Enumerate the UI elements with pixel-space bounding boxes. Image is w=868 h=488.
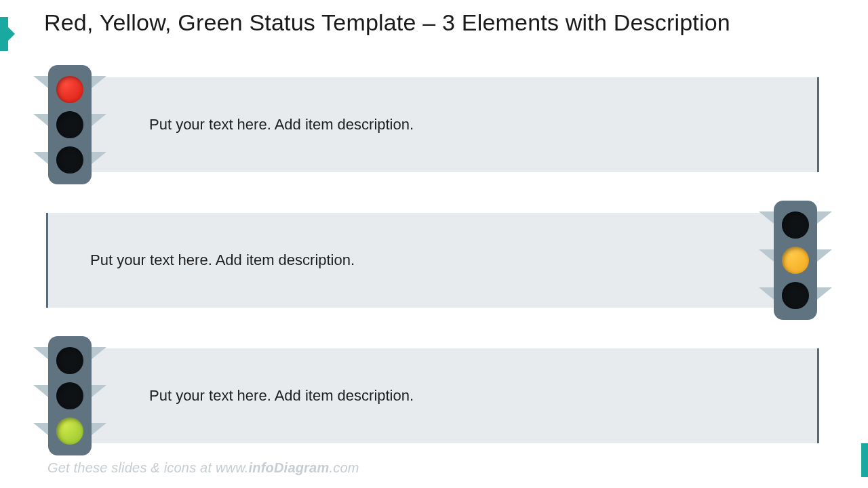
- red-lens-icon: [782, 211, 809, 239]
- green-lens-icon: [56, 146, 83, 174]
- yellow-lens-icon: [782, 247, 809, 274]
- status-bar: Put your text here. Add item description…: [46, 213, 791, 308]
- slide-title: Red, Yellow, Green Status Template – 3 E…: [44, 9, 730, 36]
- traffic-light-icon: [46, 336, 94, 455]
- traffic-light-icon: [46, 65, 94, 184]
- green-lens-icon: [782, 282, 809, 309]
- traffic-light-icon: [772, 201, 819, 320]
- status-rows: Put your text here. Add item description…: [46, 65, 819, 472]
- accent-tab-left: [0, 17, 8, 51]
- green-lens-icon: [56, 418, 83, 445]
- footer-brand: infoDiagram: [249, 460, 330, 475]
- footer-suffix: .com: [329, 460, 359, 475]
- status-row-yellow: Put your text here. Add item description…: [46, 201, 819, 317]
- red-lens-icon: [56, 76, 83, 103]
- status-row-red: Put your text here. Add item description…: [46, 65, 819, 182]
- status-row-green: Put your text here. Add item description…: [46, 336, 819, 453]
- red-lens-icon: [56, 347, 83, 374]
- status-text: Put your text here. Add item description…: [90, 251, 355, 269]
- yellow-lens-icon: [56, 111, 83, 138]
- status-text: Put your text here. Add item description…: [149, 387, 414, 405]
- status-text: Put your text here. Add item description…: [149, 116, 414, 134]
- status-bar: Put your text here. Add item description…: [75, 77, 819, 172]
- footer-prefix: Get these slides & icons at www.: [47, 460, 249, 475]
- yellow-lens-icon: [56, 382, 83, 409]
- status-bar: Put your text here. Add item description…: [75, 348, 819, 443]
- accent-bar-right: [861, 443, 868, 477]
- footer-attribution: Get these slides & icons at www.infoDiag…: [47, 460, 359, 476]
